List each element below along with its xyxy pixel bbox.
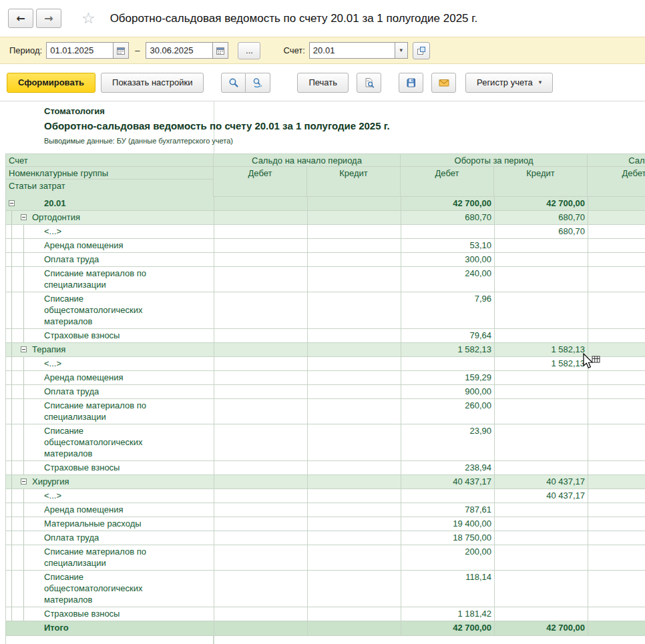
cell-value[interactable]: [308, 211, 401, 224]
cell-value[interactable]: [308, 503, 401, 517]
cell-value[interactable]: 200,00: [401, 545, 495, 570]
row-label[interactable]: Ортодонтия: [30, 211, 214, 224]
cell-value[interactable]: 1 582,13: [495, 343, 588, 356]
cell-value[interactable]: [588, 329, 645, 342]
cell-value[interactable]: [214, 545, 308, 570]
cell-value[interactable]: [214, 253, 308, 266]
row-label[interactable]: Оплата труда: [42, 253, 214, 266]
cell-value[interactable]: [214, 385, 308, 398]
register-menu-button[interactable]: Регистр учета ▾: [465, 73, 553, 93]
cell-value[interactable]: [214, 197, 308, 210]
cell-value[interactable]: [588, 267, 645, 292]
cell-value[interactable]: [308, 253, 401, 266]
row-label[interactable]: Страховые взносы: [42, 607, 214, 621]
cell-value[interactable]: [588, 371, 645, 384]
cell-value[interactable]: [214, 399, 308, 424]
cell-value[interactable]: 7,96: [401, 292, 495, 328]
cell-value[interactable]: [308, 385, 401, 398]
cell-value[interactable]: [588, 424, 645, 460]
collapse-toggle[interactable]: [21, 346, 27, 352]
cell-value[interactable]: 42 700,00: [495, 197, 588, 210]
cell-value[interactable]: [588, 343, 645, 356]
cell-value[interactable]: [308, 399, 401, 424]
cell-value[interactable]: [401, 489, 495, 503]
cell-value[interactable]: 40 437,17: [401, 475, 495, 489]
row-label[interactable]: Оплата труда: [42, 531, 214, 545]
cell-value[interactable]: 40 437,17: [495, 489, 588, 503]
date-to-calendar-button[interactable]: [212, 42, 228, 59]
row-label[interactable]: <...>: [42, 489, 214, 503]
email-button[interactable]: [431, 73, 456, 93]
row-label[interactable]: Страховые взносы: [42, 461, 214, 474]
cell-value[interactable]: [308, 267, 401, 292]
row-label[interactable]: Хирургия: [30, 475, 214, 489]
cell-value[interactable]: [495, 424, 588, 460]
cell-value[interactable]: [495, 545, 588, 570]
cell-value[interactable]: 238,94: [401, 461, 495, 474]
cell-value[interactable]: [214, 461, 308, 474]
date-to-input[interactable]: [146, 42, 212, 59]
row-label[interactable]: Терапия: [30, 343, 214, 356]
cell-value[interactable]: 1 181,42: [401, 607, 495, 621]
row-label[interactable]: Оплата труда: [42, 385, 214, 398]
cell-value[interactable]: 40 437,17: [495, 475, 588, 489]
cell-value[interactable]: [214, 239, 308, 252]
cell-value[interactable]: [214, 621, 308, 635]
cell-value[interactable]: [588, 475, 645, 489]
cell-value[interactable]: [308, 292, 401, 328]
cell-value[interactable]: [214, 329, 308, 342]
cell-value[interactable]: [588, 357, 645, 370]
favorites-star-icon[interactable]: ☆: [81, 11, 95, 26]
row-label[interactable]: Страховые взносы: [42, 329, 214, 342]
cell-value[interactable]: 900,00: [401, 385, 495, 398]
cell-value[interactable]: [588, 225, 645, 238]
cell-value[interactable]: [308, 607, 401, 621]
cell-value[interactable]: [308, 475, 401, 489]
show-settings-button[interactable]: Показать настройки: [101, 73, 204, 93]
cell-value[interactable]: [308, 545, 401, 570]
cell-value[interactable]: 680,70: [495, 211, 588, 224]
cell-value[interactable]: [495, 253, 588, 266]
cell-value[interactable]: [495, 517, 588, 531]
cell-value[interactable]: [588, 531, 645, 545]
cell-value[interactable]: [214, 371, 308, 384]
row-label[interactable]: 20.01: [42, 197, 214, 210]
cell-value[interactable]: [495, 385, 588, 398]
cell-value[interactable]: 787,61: [401, 503, 495, 517]
cell-value[interactable]: [401, 225, 495, 238]
cell-value[interactable]: [214, 475, 308, 489]
cell-value[interactable]: [308, 239, 401, 252]
cell-value[interactable]: [214, 489, 308, 503]
cell-value[interactable]: [588, 571, 645, 607]
cell-value[interactable]: 19 400,00: [401, 517, 495, 531]
date-from-calendar-button[interactable]: [113, 42, 129, 59]
cell-value[interactable]: [588, 461, 645, 474]
cell-value[interactable]: [308, 424, 401, 460]
cell-value[interactable]: 1 582,13: [401, 343, 495, 356]
cell-value[interactable]: [214, 424, 308, 460]
account-dropdown-button[interactable]: ▾: [395, 42, 408, 59]
cell-value[interactable]: [214, 607, 308, 621]
cell-value[interactable]: 23,90: [401, 424, 495, 460]
cell-value[interactable]: [495, 461, 588, 474]
cell-value[interactable]: 260,00: [401, 399, 495, 424]
cell-value[interactable]: [495, 503, 588, 517]
cell-value[interactable]: [588, 607, 645, 621]
row-label[interactable]: <...>: [42, 225, 214, 238]
cell-value[interactable]: 680,70: [401, 211, 495, 224]
cell-value[interactable]: [308, 371, 401, 384]
cell-value[interactable]: [308, 197, 401, 210]
back-button[interactable]: ←: [8, 9, 33, 28]
cell-value[interactable]: 79,64: [401, 329, 495, 342]
cell-value[interactable]: [308, 343, 401, 356]
cell-value[interactable]: 240,00: [401, 267, 495, 292]
generate-button[interactable]: Сформировать: [7, 73, 95, 93]
cell-value[interactable]: 1 582,13: [495, 357, 588, 370]
cell-value[interactable]: [214, 357, 308, 370]
cell-value[interactable]: [401, 357, 495, 370]
cell-value[interactable]: 18 750,00: [401, 531, 495, 545]
cell-value[interactable]: [588, 292, 645, 328]
cell-value[interactable]: 42 700,00: [401, 197, 495, 210]
row-label[interactable]: Аренда помещения: [42, 371, 214, 384]
cell-value[interactable]: 300,00: [401, 253, 495, 266]
